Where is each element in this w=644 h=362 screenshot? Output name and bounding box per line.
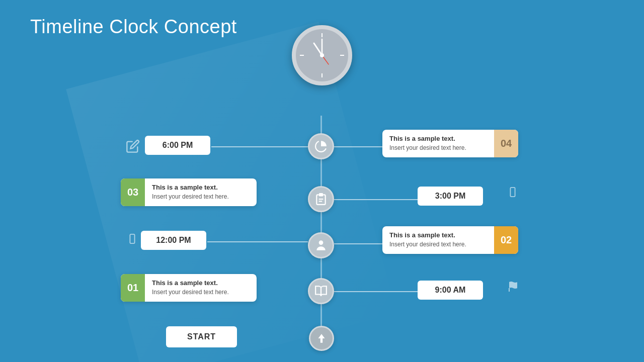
svg-point-7	[320, 53, 324, 57]
start-button[interactable]: START	[166, 326, 237, 347]
text-box-04: This is a sample text. Insert your desir…	[382, 130, 518, 157]
pencil-icon	[126, 139, 140, 156]
node-start	[309, 326, 334, 351]
flag-icon	[507, 281, 519, 296]
clipboard-icon	[314, 193, 328, 206]
svg-rect-8	[319, 194, 323, 196]
text-box-01: 01 This is a sample text. Insert your de…	[121, 274, 257, 302]
svg-point-11	[319, 240, 324, 245]
text-box-03: 03 This is a sample text. Insert your de…	[121, 178, 257, 206]
svg-line-4	[314, 43, 322, 55]
clock-face	[292, 25, 352, 85]
book-icon	[314, 285, 328, 298]
time-badge-6pm: 6:00 PM	[145, 136, 210, 155]
text-box-02: This is a sample text. Insert your desir…	[382, 226, 518, 254]
person-icon	[314, 239, 328, 252]
clock-svg	[296, 29, 348, 81]
num-tab-02: 02	[494, 226, 518, 254]
phone-icon-right	[507, 187, 518, 201]
num-tab-03: 03	[121, 178, 145, 206]
text-content-01: This is a sample text. Insert your desir…	[145, 274, 257, 302]
connector-3pm	[334, 199, 418, 200]
page-title: Timeline Clock Concept	[30, 16, 237, 38]
connector-04	[334, 146, 382, 147]
node-1	[308, 278, 334, 304]
pie-chart-icon	[314, 140, 328, 153]
connector-02	[334, 243, 382, 244]
num-tab-01: 01	[121, 274, 145, 302]
text-content-02: This is a sample text. Insert your desir…	[382, 226, 494, 254]
num-tab-04: 04	[494, 130, 518, 157]
time-badge-3pm: 3:00 PM	[418, 187, 483, 206]
connector-12pm	[207, 241, 308, 242]
clock-container	[292, 25, 352, 85]
time-badge-12pm: 12:00 PM	[141, 231, 206, 250]
time-badge-9am: 9:00 AM	[418, 281, 483, 300]
node-2	[308, 232, 334, 258]
connector-6pm	[211, 146, 308, 147]
connector-9am	[334, 291, 418, 292]
up-arrow-icon	[315, 332, 328, 345]
svg-rect-12	[130, 234, 134, 243]
text-content-04: This is a sample text. Insert your desir…	[382, 130, 494, 157]
text-content-03: This is a sample text. Insert your desir…	[145, 178, 257, 206]
node-3	[308, 186, 334, 212]
phone-icon-left	[127, 233, 138, 247]
node-4	[308, 133, 334, 159]
